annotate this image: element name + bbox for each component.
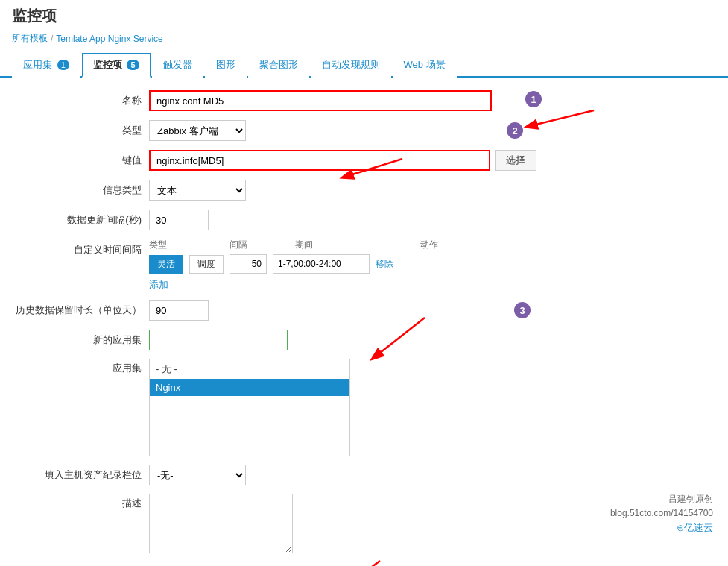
type-row: 类型 Zabbix 客户端 2	[15, 119, 713, 142]
host-asset-label: 填入主机资产纪录栏位	[15, 468, 149, 482]
history-input[interactable]	[149, 300, 209, 321]
key-select-button[interactable]: 选择	[495, 150, 536, 171]
update-interval-label: 数据更新间隔(秒)	[15, 213, 149, 227]
appset-item-none[interactable]: - 无 -	[150, 359, 349, 379]
host-asset-control: -无-	[149, 465, 492, 485]
ct-header-action: 动作	[420, 239, 465, 251]
tab-bar: 应用集 1 监控项 5 触发器 图形 聚合图形 自动发现规则 Web 场景	[0, 51, 728, 78]
tab-monitor-badge: 5	[127, 60, 139, 70]
breadcrumb-sep: /	[51, 34, 53, 44]
watermark-line2: blog.51cto.com/14154700	[610, 506, 713, 521]
custom-time-table: 类型 间隔 期间 动作 灵活 调度 移除 添加	[149, 239, 713, 292]
history-label: 历史数据保留时长（单位天）	[15, 304, 149, 317]
form-section: 1 名称 类型 Zabbix 客户端 2	[15, 89, 713, 566]
page-header: 监控项 所有模板 / Temlate App Nginx Service	[0, 0, 728, 51]
tab-appset-label: 应用集	[23, 59, 52, 70]
period-input[interactable]	[273, 254, 370, 274]
type-select[interactable]: Zabbix 客户端	[149, 120, 246, 141]
desc-label: 描述	[15, 494, 149, 510]
annotation-2: 2	[507, 122, 523, 139]
custom-time-label: 自定义时间间隔	[15, 239, 149, 257]
ct-header-interval: 间隔	[230, 239, 289, 251]
tab-appset[interactable]: 应用集 1	[12, 53, 80, 78]
ct-header-type: 类型	[149, 239, 224, 251]
custom-time-header: 类型 间隔 期间 动作	[149, 239, 713, 251]
host-asset-select[interactable]: -无-	[149, 465, 246, 485]
update-interval-input[interactable]	[149, 210, 209, 230]
info-type-row: 信息类型 文本	[15, 179, 713, 201]
tab-graph-label: 图形	[216, 59, 235, 70]
page-title: 监控项	[12, 6, 716, 26]
info-type-label: 信息类型	[15, 183, 149, 197]
appset-label: 应用集	[15, 359, 149, 375]
tab-appset-badge: 1	[57, 60, 69, 70]
annotation-3: 3	[514, 302, 531, 318]
key-control: 选择	[149, 150, 536, 171]
key-input[interactable]	[149, 150, 490, 171]
type-control: Zabbix 客户端	[149, 120, 492, 141]
tab-graph[interactable]: 图形	[205, 53, 247, 78]
update-interval-control	[149, 210, 492, 230]
tab-trigger-label: 触发器	[163, 59, 192, 70]
tab-combined-label: 聚合图形	[259, 59, 298, 70]
enabled-row: 已启用 4	[15, 563, 713, 566]
tab-autodiscover[interactable]: 自动发现规则	[311, 53, 391, 78]
interval-input[interactable]	[230, 254, 267, 274]
watermark: 吕建钊原创 blog.51cto.com/14154700 ⊕亿速云	[610, 492, 713, 536]
tab-web[interactable]: Web 场景	[393, 53, 457, 78]
annotation-1: 1	[525, 91, 542, 107]
breadcrumb-template-name[interactable]: Temlate App Nginx Service	[56, 34, 162, 44]
name-input[interactable]	[149, 90, 492, 111]
remove-interval-link[interactable]: 移除	[376, 258, 393, 271]
new-appset-input[interactable]	[149, 330, 288, 350]
appset-listbox: - 无 - Nginx	[149, 359, 350, 456]
tab-trigger[interactable]: 触发器	[152, 53, 203, 78]
custom-time-row: 灵活 调度 移除	[149, 254, 713, 274]
add-interval-link[interactable]: 添加	[149, 279, 168, 290]
ct-header-period: 期间	[295, 239, 414, 251]
tab-monitor-label: 监控项	[93, 59, 122, 70]
desc-row: 描述	[15, 494, 713, 556]
add-interval-container: 添加	[149, 278, 713, 292]
new-appset-label: 新的应用集	[15, 333, 149, 347]
type-active-button[interactable]: 灵活	[149, 255, 183, 274]
host-asset-row: 填入主机资产纪录栏位 -无-	[15, 464, 713, 486]
tab-monitor[interactable]: 监控项 5	[82, 53, 151, 78]
breadcrumb: 所有模板 / Temlate App Nginx Service	[12, 32, 716, 45]
tab-web-label: Web 场景	[404, 59, 446, 70]
custom-time-section: 自定义时间间隔 类型 间隔 期间 动作 灵活 调度 移除 添加	[15, 239, 713, 292]
appset-empty-space	[150, 396, 349, 456]
type-label: 类型	[15, 124, 149, 137]
appset-control: - 无 - Nginx	[149, 359, 350, 456]
watermark-logo: ⊕亿速云	[610, 521, 713, 536]
info-type-control: 文本	[149, 180, 492, 201]
name-row: 名称	[15, 89, 713, 112]
appset-dropdown-container: - 无 - Nginx	[149, 359, 350, 456]
type-inactive-button[interactable]: 调度	[189, 255, 224, 274]
new-appset-row: 新的应用集	[15, 329, 713, 351]
appset-item-nginx[interactable]: Nginx	[150, 379, 349, 396]
key-row: 键值 选择	[15, 149, 713, 172]
watermark-line1: 吕建钊原创	[610, 492, 713, 506]
breadcrumb-all-templates[interactable]: 所有模板	[12, 32, 48, 45]
name-control	[149, 90, 492, 111]
new-appset-control	[149, 330, 288, 350]
key-label: 键值	[15, 154, 149, 167]
appset-row: 应用集 - 无 - Nginx	[15, 359, 713, 456]
tab-combined[interactable]: 聚合图形	[248, 53, 309, 78]
name-label: 名称	[15, 94, 149, 107]
update-interval-row: 数据更新间隔(秒)	[15, 209, 713, 231]
desc-control	[149, 494, 293, 556]
desc-textarea[interactable]	[149, 494, 293, 553]
tab-autodiscover-label: 自动发现规则	[322, 59, 380, 70]
history-row: 历史数据保留时长（单位天） 3	[15, 299, 713, 321]
info-type-select[interactable]: 文本	[149, 180, 246, 201]
history-control	[149, 300, 492, 321]
